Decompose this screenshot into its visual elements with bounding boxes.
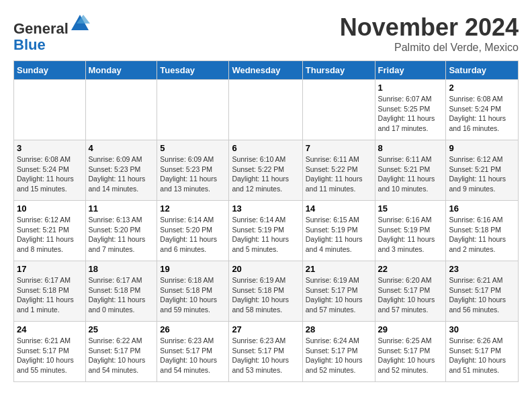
day-number: 8 xyxy=(378,143,443,153)
day-number: 28 xyxy=(306,324,372,334)
weekday-header: Friday xyxy=(375,61,446,80)
calendar-cell: 3Sunrise: 6:08 AM Sunset: 5:24 PM Daylig… xyxy=(14,140,86,201)
day-info: Sunrise: 6:07 AM Sunset: 5:25 PM Dayligh… xyxy=(378,94,443,134)
calendar-cell: 4Sunrise: 6:09 AM Sunset: 5:23 PM Daylig… xyxy=(85,140,157,201)
calendar-cell: 30Sunrise: 6:26 AM Sunset: 5:17 PM Dayli… xyxy=(446,322,519,382)
day-info: Sunrise: 6:12 AM Sunset: 5:21 PM Dayligh… xyxy=(449,154,515,194)
calendar-cell: 14Sunrise: 6:15 AM Sunset: 5:19 PM Dayli… xyxy=(302,201,375,261)
day-info: Sunrise: 6:23 AM Sunset: 5:17 PM Dayligh… xyxy=(232,336,299,375)
day-number: 22 xyxy=(378,264,443,274)
day-info: Sunrise: 6:24 AM Sunset: 5:17 PM Dayligh… xyxy=(306,336,372,375)
day-info: Sunrise: 6:25 AM Sunset: 5:17 PM Dayligh… xyxy=(378,336,443,375)
month-title: November 2024 xyxy=(340,13,519,42)
day-info: Sunrise: 6:09 AM Sunset: 5:23 PM Dayligh… xyxy=(89,154,154,194)
day-number: 16 xyxy=(449,203,515,214)
day-number: 11 xyxy=(89,203,154,214)
day-info: Sunrise: 6:19 AM Sunset: 5:18 PM Dayligh… xyxy=(232,275,299,315)
calendar-cell: 19Sunrise: 6:18 AM Sunset: 5:18 PM Dayli… xyxy=(157,261,229,322)
day-number: 14 xyxy=(306,203,372,214)
calendar-table: SundayMondayTuesdayWednesdayThursdayFrid… xyxy=(13,60,519,382)
calendar-cell: 1Sunrise: 6:07 AM Sunset: 5:25 PM Daylig… xyxy=(375,80,446,140)
weekday-header: Thursday xyxy=(302,61,375,80)
calendar-cell: 22Sunrise: 6:20 AM Sunset: 5:17 PM Dayli… xyxy=(375,261,446,322)
day-number: 12 xyxy=(160,203,226,214)
calendar-cell: 25Sunrise: 6:22 AM Sunset: 5:17 PM Dayli… xyxy=(85,322,157,382)
calendar-header-row: SundayMondayTuesdayWednesdayThursdayFrid… xyxy=(14,61,519,80)
calendar-cell: 27Sunrise: 6:23 AM Sunset: 5:17 PM Dayli… xyxy=(229,322,302,382)
day-number: 19 xyxy=(160,264,226,274)
day-info: Sunrise: 6:21 AM Sunset: 5:17 PM Dayligh… xyxy=(17,336,83,375)
day-info: Sunrise: 6:10 AM Sunset: 5:22 PM Dayligh… xyxy=(232,154,299,194)
calendar-cell: 11Sunrise: 6:13 AM Sunset: 5:20 PM Dayli… xyxy=(85,201,157,261)
calendar-week-row: 10Sunrise: 6:12 AM Sunset: 5:21 PM Dayli… xyxy=(14,201,519,261)
day-info: Sunrise: 6:14 AM Sunset: 5:19 PM Dayligh… xyxy=(232,215,299,255)
day-info: Sunrise: 6:08 AM Sunset: 5:24 PM Dayligh… xyxy=(449,94,515,134)
day-number: 7 xyxy=(306,143,372,153)
calendar-week-row: 1Sunrise: 6:07 AM Sunset: 5:25 PM Daylig… xyxy=(14,80,519,140)
day-info: Sunrise: 6:17 AM Sunset: 5:18 PM Dayligh… xyxy=(89,275,154,315)
day-info: Sunrise: 6:08 AM Sunset: 5:24 PM Dayligh… xyxy=(17,154,83,194)
calendar-cell: 17Sunrise: 6:17 AM Sunset: 5:18 PM Dayli… xyxy=(14,261,86,322)
day-info: Sunrise: 6:22 AM Sunset: 5:17 PM Dayligh… xyxy=(89,336,154,375)
calendar-cell: 10Sunrise: 6:12 AM Sunset: 5:21 PM Dayli… xyxy=(14,201,86,261)
calendar-cell: 2Sunrise: 6:08 AM Sunset: 5:24 PM Daylig… xyxy=(446,80,519,140)
calendar-cell: 6Sunrise: 6:10 AM Sunset: 5:22 PM Daylig… xyxy=(229,140,302,201)
day-info: Sunrise: 6:13 AM Sunset: 5:20 PM Dayligh… xyxy=(89,215,154,255)
day-number: 15 xyxy=(378,203,443,214)
day-number: 21 xyxy=(306,264,372,274)
weekday-header: Sunday xyxy=(14,61,86,80)
calendar-cell: 24Sunrise: 6:21 AM Sunset: 5:17 PM Dayli… xyxy=(14,322,86,382)
calendar-cell: 29Sunrise: 6:25 AM Sunset: 5:17 PM Dayli… xyxy=(375,322,446,382)
day-number: 10 xyxy=(17,203,83,214)
day-number: 26 xyxy=(160,324,226,334)
day-number: 17 xyxy=(17,264,83,274)
calendar-cell: 23Sunrise: 6:21 AM Sunset: 5:17 PM Dayli… xyxy=(446,261,519,322)
title-block: November 2024 Palmito del Verde, Mexico xyxy=(340,13,519,54)
day-number: 18 xyxy=(89,264,154,274)
weekday-header: Wednesday xyxy=(229,61,302,80)
calendar-cell xyxy=(157,80,229,140)
day-number: 30 xyxy=(449,324,515,334)
day-info: Sunrise: 6:20 AM Sunset: 5:17 PM Dayligh… xyxy=(378,275,443,315)
calendar-cell: 5Sunrise: 6:09 AM Sunset: 5:23 PM Daylig… xyxy=(157,140,229,201)
day-info: Sunrise: 6:14 AM Sunset: 5:20 PM Dayligh… xyxy=(160,215,226,255)
day-info: Sunrise: 6:23 AM Sunset: 5:17 PM Dayligh… xyxy=(160,336,226,375)
day-number: 1 xyxy=(378,83,443,93)
weekday-header: Monday xyxy=(85,61,157,80)
calendar-cell xyxy=(302,80,375,140)
day-number: 25 xyxy=(89,324,154,334)
calendar-cell: 8Sunrise: 6:11 AM Sunset: 5:21 PM Daylig… xyxy=(375,140,446,201)
day-info: Sunrise: 6:17 AM Sunset: 5:18 PM Dayligh… xyxy=(17,275,83,315)
calendar-cell xyxy=(229,80,302,140)
calendar-cell: 20Sunrise: 6:19 AM Sunset: 5:18 PM Dayli… xyxy=(229,261,302,322)
calendar-cell: 9Sunrise: 6:12 AM Sunset: 5:21 PM Daylig… xyxy=(446,140,519,201)
day-info: Sunrise: 6:12 AM Sunset: 5:21 PM Dayligh… xyxy=(17,215,83,255)
calendar-cell: 7Sunrise: 6:11 AM Sunset: 5:22 PM Daylig… xyxy=(302,140,375,201)
calendar-week-row: 24Sunrise: 6:21 AM Sunset: 5:17 PM Dayli… xyxy=(14,322,519,382)
location: Palmito del Verde, Mexico xyxy=(340,42,519,54)
calendar-cell: 15Sunrise: 6:16 AM Sunset: 5:19 PM Dayli… xyxy=(375,201,446,261)
day-number: 13 xyxy=(232,203,299,214)
calendar-cell: 12Sunrise: 6:14 AM Sunset: 5:20 PM Dayli… xyxy=(157,201,229,261)
calendar-cell: 26Sunrise: 6:23 AM Sunset: 5:17 PM Dayli… xyxy=(157,322,229,382)
day-info: Sunrise: 6:18 AM Sunset: 5:18 PM Dayligh… xyxy=(160,275,226,315)
day-info: Sunrise: 6:15 AM Sunset: 5:19 PM Dayligh… xyxy=(306,215,372,255)
day-number: 3 xyxy=(17,143,83,153)
calendar-cell xyxy=(85,80,157,140)
logo-blue: Blue xyxy=(13,36,46,53)
calendar-week-row: 17Sunrise: 6:17 AM Sunset: 5:18 PM Dayli… xyxy=(14,261,519,322)
logo-icon xyxy=(70,13,90,34)
day-info: Sunrise: 6:16 AM Sunset: 5:19 PM Dayligh… xyxy=(378,215,443,255)
calendar-cell: 13Sunrise: 6:14 AM Sunset: 5:19 PM Dayli… xyxy=(229,201,302,261)
day-number: 20 xyxy=(232,264,299,274)
day-number: 6 xyxy=(232,143,299,153)
day-number: 23 xyxy=(449,264,515,274)
calendar-cell: 21Sunrise: 6:19 AM Sunset: 5:17 PM Dayli… xyxy=(302,261,375,322)
calendar-cell xyxy=(14,80,86,140)
day-number: 24 xyxy=(17,324,83,334)
day-number: 5 xyxy=(160,143,226,153)
day-info: Sunrise: 6:16 AM Sunset: 5:18 PM Dayligh… xyxy=(449,215,515,255)
day-info: Sunrise: 6:26 AM Sunset: 5:17 PM Dayligh… xyxy=(449,336,515,375)
calendar-cell: 18Sunrise: 6:17 AM Sunset: 5:18 PM Dayli… xyxy=(85,261,157,322)
day-number: 29 xyxy=(378,324,443,334)
